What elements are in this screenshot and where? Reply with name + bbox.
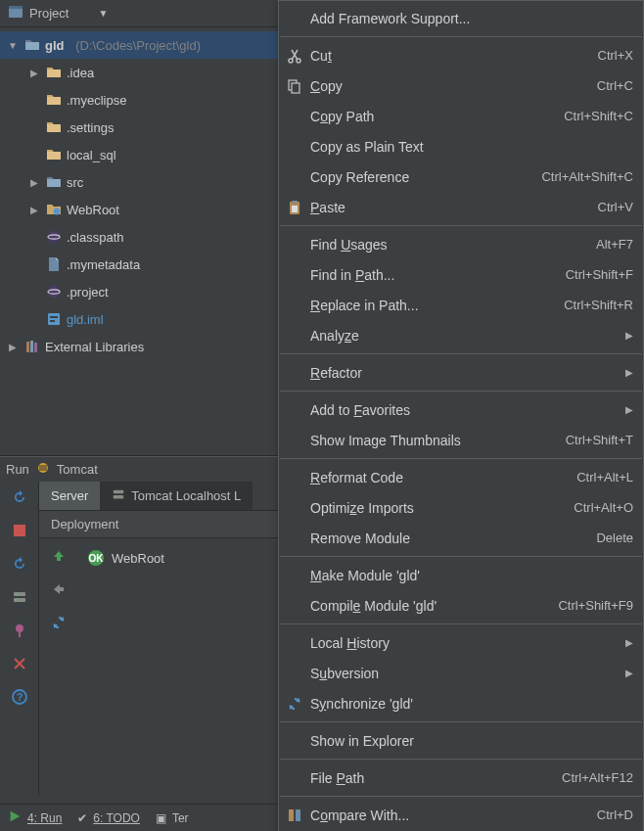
eclipse-icon [45, 229, 63, 245]
menu-item-subversion[interactable]: Subversion▶ [279, 658, 643, 688]
menu-item-shortcut: Ctrl+C [597, 78, 633, 93]
status-todo-label: 6: TODO [93, 811, 140, 825]
server-icon [112, 487, 125, 504]
menu-item-shortcut: Ctrl+D [597, 808, 633, 822]
folder-icon [45, 92, 63, 108]
menu-item-label: Copy [310, 78, 591, 94]
menu-item-compare-with[interactable]: Compare With...Ctrl+D [279, 800, 643, 830]
menu-item-label: Add Framework Support... [310, 11, 633, 26]
status-terminal[interactable]: ▣ Ter [156, 811, 189, 825]
close-button[interactable] [10, 654, 29, 673]
tab-server[interactable]: Server [39, 482, 100, 510]
run-config-name: Tomcat [57, 462, 98, 477]
menu-item-copy-as-plain-text[interactable]: Copy as Plain Text [279, 131, 643, 162]
menu-item-shortcut: Ctrl+Alt+F12 [562, 770, 633, 785]
menu-item-remove-module[interactable]: Remove ModuleDelete [279, 523, 643, 553]
bee-icon [35, 460, 51, 479]
menu-separator [280, 721, 642, 722]
menu-item-add-to-favorites[interactable]: Add to Favorites▶ [279, 394, 643, 425]
menu-item-label: Synchronize 'gld' [310, 696, 633, 712]
submenu-arrow-icon: ▶ [625, 367, 633, 378]
menu-item-label: Copy as Plain Text [310, 139, 633, 155]
menu-item-label: Remove Module [310, 531, 590, 546]
menu-item-file-path[interactable]: File PathCtrl+Alt+F12 [279, 762, 643, 793]
menu-item-optimize-imports[interactable]: Optimize ImportsCtrl+Alt+O [279, 492, 643, 523]
undeploy-button[interactable] [49, 579, 69, 599]
menu-item-label: Add to Favorites [310, 402, 614, 418]
run-left-toolbar [0, 482, 39, 795]
tree-item-label: src [67, 175, 83, 190]
status-run[interactable]: 4: Run [8, 809, 62, 826]
menu-item-shortcut: Alt+F7 [596, 237, 633, 252]
menu-item-refactor[interactable]: Refactor▶ [279, 357, 643, 388]
server-button[interactable] [10, 587, 29, 607]
menu-separator [280, 225, 642, 226]
tab-tomcat-log[interactable]: Tomcat Localhost L [100, 482, 253, 510]
expand-arrow-icon[interactable]: ▼ [6, 40, 20, 51]
menu-item-analyze[interactable]: Analyze▶ [279, 320, 643, 350]
menu-item-cut[interactable]: CutCtrl+X [279, 40, 643, 70]
submenu-arrow-icon: ▶ [625, 668, 633, 678]
menu-item-label: Show Image Thumbnails [310, 433, 560, 448]
iml-icon [45, 311, 63, 327]
menu-item-local-history[interactable]: Local History▶ [279, 627, 643, 658]
menu-item-shortcut: Delete [596, 531, 633, 545]
menu-item-reformat-code[interactable]: Reformat CodeCtrl+Alt+L [279, 462, 643, 492]
stop-button[interactable] [10, 521, 29, 540]
status-todo[interactable]: ✔ 6: TODO [77, 811, 140, 825]
menu-item-copy-path[interactable]: Copy PathCtrl+Shift+C [279, 101, 643, 131]
menu-item-copy[interactable]: CopyCtrl+C [279, 70, 643, 101]
menu-item-copy-reference[interactable]: Copy ReferenceCtrl+Alt+Shift+C [279, 162, 643, 192]
deploy-button[interactable] [49, 546, 69, 566]
deployment-toolbar [39, 538, 78, 795]
expand-arrow-icon[interactable]: ▶ [27, 177, 41, 188]
menu-item-make-module-gld[interactable]: Make Module 'gld' [279, 560, 643, 590]
sync-deploy-button[interactable] [49, 613, 69, 632]
menu-item-show-in-explorer[interactable]: Show in Explorer [279, 725, 643, 756]
expand-arrow-icon[interactable]: ▶ [27, 205, 41, 215]
help-button[interactable] [10, 687, 29, 707]
menu-item-find-usages[interactable]: Find UsagesAlt+F7 [279, 229, 643, 259]
folder-icon [45, 65, 63, 80]
tree-root-path: (D:\Codes\Project\gld) [75, 38, 201, 53]
menu-item-add-framework-support[interactable]: Add Framework Support... [279, 3, 643, 33]
menu-item-label: Refactor [310, 365, 614, 381]
expand-arrow-icon[interactable]: ▶ [27, 68, 41, 78]
deployment-header-label: Deployment [51, 517, 118, 531]
menu-item-shortcut: Ctrl+Shift+T [566, 433, 633, 447]
menu-separator [280, 36, 642, 37]
tree-item-label: gld.iml [67, 312, 104, 327]
menu-item-shortcut: Ctrl+Shift+F9 [558, 598, 633, 613]
menu-item-shortcut: Ctrl+Shift+R [564, 298, 633, 312]
menu-item-shortcut: Ctrl+Shift+F [566, 267, 633, 282]
tree-item-label: .idea [67, 66, 94, 80]
menu-item-label: Optimize Imports [310, 500, 568, 516]
tree-item-label: .classpath [67, 230, 124, 245]
submenu-arrow-icon: ▶ [625, 330, 633, 341]
menu-item-label: Show in Explorer [310, 733, 633, 749]
todo-icon: ✔ [77, 811, 87, 825]
sync-icon [285, 696, 304, 712]
status-terminal-label: Ter [172, 811, 189, 825]
menu-separator [280, 353, 642, 354]
run-label: Run [6, 462, 29, 477]
rerun-button[interactable] [10, 487, 29, 507]
menu-item-synchronize-gld[interactable]: Synchronize 'gld' [279, 688, 643, 718]
menu-item-replace-in-path[interactable]: Replace in Path...Ctrl+Shift+R [279, 290, 643, 320]
menu-separator [280, 623, 642, 624]
tree-item-label: .project [67, 285, 109, 300]
menu-item-show-image-thumbnails[interactable]: Show Image ThumbnailsCtrl+Shift+T [279, 425, 643, 455]
menu-item-find-in-path[interactable]: Find in Path...Ctrl+Shift+F [279, 259, 643, 290]
project-dropdown-icon[interactable]: ▼ [98, 8, 108, 19]
project-icon [8, 4, 23, 23]
tree-item-label: .settings [67, 120, 114, 135]
menu-item-compile-module-gld[interactable]: Compile Module 'gld'Ctrl+Shift+F9 [279, 590, 643, 621]
file-icon [45, 256, 63, 272]
tab-server-label: Server [51, 488, 88, 503]
expand-arrow-icon[interactable]: ▶ [6, 342, 20, 352]
restart-button[interactable] [10, 554, 29, 574]
menu-item-paste[interactable]: PasteCtrl+V [279, 192, 643, 222]
pin-button[interactable] [10, 621, 29, 640]
menu-item-label: Reformat Code [310, 470, 571, 485]
menu-separator [280, 759, 642, 760]
